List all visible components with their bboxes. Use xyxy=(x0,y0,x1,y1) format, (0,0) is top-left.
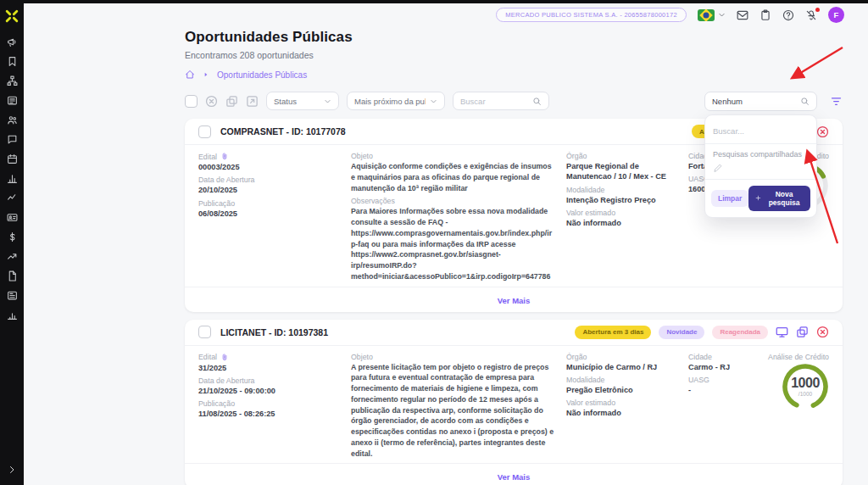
search-icon[interactable] xyxy=(532,97,542,106)
card-org-column: Órgão Município de Carmo / RJ Modalidade… xyxy=(566,349,676,460)
card-body: Edital 31/2025 Data de Abertura 21/10/20… xyxy=(185,346,843,464)
calendar-icon[interactable] xyxy=(7,153,18,164)
toolbar: Status Mais próximo da publicação Pesqui… xyxy=(185,91,843,111)
abertura-label: Data de Abertura xyxy=(198,376,339,385)
clipboard-icon[interactable] xyxy=(760,9,771,21)
valor-value: Não informado xyxy=(566,218,676,228)
card-meta-column: Edital 31/2025 Data de Abertura 21/10/20… xyxy=(198,349,339,460)
card-title: COMPRASNET - ID: 10177078 xyxy=(220,126,346,137)
valor-label: Valor estimado xyxy=(566,209,676,217)
line-chart-icon[interactable] xyxy=(7,192,18,203)
org-badge[interactable]: MERCADO PUBLICO SISTEMA S.A. - 206558780… xyxy=(496,8,687,22)
chat-icon[interactable] xyxy=(7,134,18,145)
paperclip-icon[interactable] xyxy=(220,353,229,362)
card-meta-column: Edital 00003/2025 Data de Abertura 20/10… xyxy=(198,148,339,282)
bookmarks-icon[interactable] xyxy=(7,56,18,67)
orgao-label: Órgão xyxy=(566,353,676,361)
credit-gauge: 1000/1000 xyxy=(782,363,829,410)
home-icon[interactable] xyxy=(185,70,195,80)
status-select-label: Status xyxy=(274,97,320,106)
help-icon[interactable] xyxy=(782,9,794,21)
objeto-text: Aquisição conforme condições e exigência… xyxy=(351,161,554,193)
card-object-column: Objeto Aquisição conforme condições e ex… xyxy=(351,148,554,282)
mail-icon[interactable] xyxy=(737,9,748,21)
ver-mais-link[interactable]: Ver Mais xyxy=(498,472,531,482)
documents-icon[interactable] xyxy=(7,270,18,282)
clear-button[interactable]: Limpar xyxy=(711,190,748,207)
cidade-value: Carmo - RJ xyxy=(688,362,743,372)
modalidade-label: Modalidade xyxy=(566,186,676,194)
duplicate-icon[interactable] xyxy=(225,95,238,108)
card-checkbox[interactable] xyxy=(198,125,211,138)
saved-search-dropdown: Pesquisas compartilhadas Limpar Nova pes… xyxy=(704,114,817,218)
dropdown-search-input[interactable] xyxy=(713,126,809,136)
card-checkbox[interactable] xyxy=(198,326,211,338)
search-input[interactable] xyxy=(460,97,527,106)
chevron-down-icon xyxy=(430,98,437,105)
remove-icon[interactable] xyxy=(816,125,829,138)
hierarchy-icon[interactable] xyxy=(7,75,18,86)
publicacao-label: Publicação xyxy=(198,199,339,208)
monitor-icon[interactable] xyxy=(776,326,788,338)
uasg-value: - xyxy=(688,385,743,395)
shared-searches-label: Pesquisas compartilhadas xyxy=(705,144,816,160)
publicacao-label: Publicação xyxy=(198,399,339,408)
rescheduled-tag: Reagendada xyxy=(712,326,768,339)
sort-select[interactable]: Mais próximo da publicação xyxy=(347,92,445,110)
credit-column: Análise de Crédito 1000/1000 xyxy=(754,349,829,460)
avatar[interactable]: F xyxy=(828,7,844,23)
breadcrumb: Oportunidades Públicas xyxy=(185,70,843,80)
saved-search-input[interactable] xyxy=(712,97,795,106)
card-title: LICITANET - ID: 10197381 xyxy=(220,327,328,337)
users-icon[interactable] xyxy=(7,114,18,125)
top-bar: MERCADO PUBLICO SISTEMA S.A. - 206558780… xyxy=(496,7,844,23)
orgao-value: Parque Regional de Manutencao / 10 / Mex… xyxy=(566,161,676,182)
search-icon[interactable] xyxy=(800,97,810,106)
finance-icon[interactable] xyxy=(7,231,18,242)
modalidade-label: Modalidade xyxy=(566,376,676,384)
credit-label: Análise de Crédito xyxy=(754,353,829,361)
chevron-down-icon xyxy=(324,98,331,105)
notification-dot xyxy=(815,8,820,12)
notifications-off-icon[interactable] xyxy=(805,9,817,21)
credit-max: /1000 xyxy=(798,391,812,397)
edital-value: 00003/2025 xyxy=(198,162,339,172)
modalidade-value: Intenção Registro Preço xyxy=(566,195,676,205)
saved-search-box xyxy=(704,92,817,111)
trending-icon[interactable] xyxy=(7,251,18,262)
objeto-label: Objeto xyxy=(351,353,554,361)
contact-card-icon[interactable] xyxy=(7,212,18,223)
publicacao-value: 06/08/2025 xyxy=(198,209,339,219)
discard-icon[interactable] xyxy=(205,95,218,108)
dropdown-search-row xyxy=(705,115,816,144)
statistics-icon[interactable] xyxy=(7,309,18,321)
sidebar-expand-icon[interactable] xyxy=(7,465,17,475)
language-selector[interactable] xyxy=(698,9,726,21)
column-chart-icon[interactable] xyxy=(7,173,18,184)
sidebar xyxy=(0,0,24,485)
card-city-column: Cidade Carmo - RJ UASG - xyxy=(688,349,743,460)
open-external-icon[interactable] xyxy=(246,95,259,108)
brazil-flag-icon xyxy=(698,9,715,21)
filter-icon[interactable] xyxy=(830,95,843,108)
records-icon[interactable] xyxy=(7,95,18,106)
cidade-label: Cidade xyxy=(688,353,743,361)
orgao-value: Município de Carmo / RJ xyxy=(566,362,676,372)
ver-mais-link[interactable]: Ver Mais xyxy=(498,296,531,305)
opportunity-card: LICITANET - ID: 10197381 Abertura em 3 d… xyxy=(185,320,843,485)
select-all-checkbox[interactable] xyxy=(185,95,198,108)
sidebar-nav xyxy=(7,36,18,321)
new-search-button[interactable]: Nova pesquisa xyxy=(748,186,810,211)
remove-icon[interactable] xyxy=(816,326,829,338)
breadcrumb-current[interactable]: Oportunidades Públicas xyxy=(217,70,307,80)
opening-tag: Abertura em 3 dias xyxy=(575,326,651,339)
status-select[interactable]: Status xyxy=(266,92,339,110)
card-footer: Ver Mais xyxy=(185,463,843,485)
app-logo[interactable] xyxy=(3,8,20,25)
paperclip-icon[interactable] xyxy=(220,152,229,161)
duplicate-icon[interactable] xyxy=(796,326,809,338)
abertura-value: 20/10/2025 xyxy=(198,185,339,195)
reports-icon[interactable] xyxy=(7,290,18,301)
announcements-icon[interactable] xyxy=(7,36,18,47)
top-strip xyxy=(0,0,868,3)
